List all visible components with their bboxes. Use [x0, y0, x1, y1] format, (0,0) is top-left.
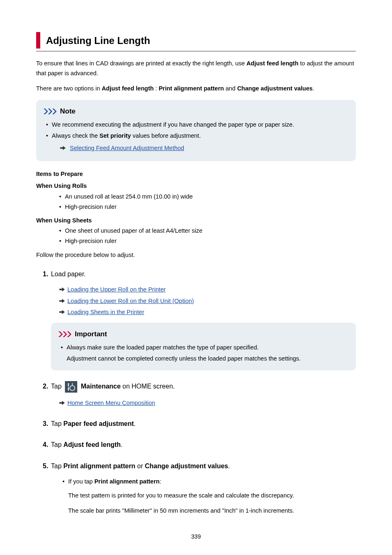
step-2-text: Tap Maintenance on HOME screen. — [51, 381, 356, 393]
important-list: Always make sure the loaded paper matche… — [58, 343, 348, 352]
list-item: An unused roll at least 254.0 mm (10.00 … — [59, 192, 356, 201]
items-to-prepare-heading: Items to Prepare — [36, 169, 356, 179]
chevrons-icon — [58, 331, 71, 337]
text: The scale bar prints "Millimeter" in 50 … — [68, 506, 356, 516]
step-4: Tap Adjust feed length. — [43, 439, 356, 450]
text: . — [134, 420, 136, 427]
options-paragraph: There are two options in Adjust feed len… — [36, 84, 356, 93]
text-bold: Print alignment pattern — [63, 462, 135, 469]
step-1-links: Loading the Upper Roll on the Printer Lo… — [51, 285, 356, 317]
text: . — [313, 85, 314, 92]
steps-list: Load paper. Loading the Upper Roll on th… — [36, 269, 356, 516]
note-list: We recommend executing the adjustment if… — [44, 120, 348, 153]
text: Tap — [51, 383, 63, 390]
step-2: Tap Maintenance on HOME screen. Home Scr… — [43, 381, 356, 408]
intro-paragraph: To ensure that lines in CAD drawings are… — [36, 59, 356, 78]
link-row: Home Screen Menu Composition — [59, 398, 356, 408]
text: and — [224, 85, 237, 92]
step-1-text: Load paper. — [51, 269, 356, 280]
text-bold: Print alignment pattern — [159, 85, 224, 92]
link-row: Selecting Feed Amount Adjustment Method — [54, 143, 348, 153]
note-item: Always check the Set priority values bef… — [46, 131, 348, 153]
important-title: Important — [75, 328, 107, 340]
when-using-rolls-heading: When Using Rolls — [36, 181, 356, 191]
step-5: Tap Print alignment pattern or Change ad… — [43, 461, 356, 516]
text: values before adjustment. — [131, 132, 201, 139]
important-callout: Important Always make sure the loaded pa… — [51, 323, 356, 370]
chevrons-icon — [44, 109, 57, 114]
arrow-icon — [59, 308, 65, 317]
text: : — [154, 85, 159, 92]
text: or — [135, 462, 145, 469]
text: on HOME screen. — [121, 383, 175, 390]
text-bold: Paper feed adjustment — [63, 420, 134, 427]
list-item: High-precision ruler — [59, 236, 356, 246]
step-2-links: Home Screen Menu Composition — [51, 398, 356, 408]
step-1: Load paper. Loading the Upper Roll on th… — [43, 269, 356, 370]
step-3: Tap Paper feed adjustment. — [43, 419, 356, 429]
note-callout: Note We recommend executing the adjustme… — [36, 100, 356, 161]
text-bold: Print alignment pattern — [95, 478, 160, 485]
note-sublink-list: Selecting Feed Amount Adjustment Method — [52, 143, 348, 153]
svg-point-2 — [70, 386, 75, 391]
step-4-text: Tap Adjust feed length. — [51, 439, 356, 450]
text: The test pattern is printed for you to m… — [68, 491, 356, 500]
text-bold: Adjust feed length — [102, 85, 154, 92]
note-title: Note — [60, 106, 76, 117]
text: To ensure that lines in CAD drawings are… — [36, 60, 247, 67]
text-bold: Change adjustment values — [237, 85, 313, 92]
text-bold: Adjust feed length — [247, 60, 298, 67]
svg-rect-1 — [68, 387, 69, 391]
step-5-text: Tap Print alignment pattern or Change ad… — [51, 461, 356, 472]
step-5-body: The test pattern is printed for you to m… — [51, 491, 356, 516]
sheets-list: One sheet of unused paper of at least A4… — [36, 226, 356, 246]
arrow-icon — [59, 285, 65, 294]
link-loading-lower-roll[interactable]: Loading the Lower Roll on the Roll Unit … — [67, 296, 194, 306]
text: . — [121, 441, 122, 448]
note-header: Note — [44, 106, 348, 117]
text: : — [159, 478, 161, 485]
text: Tap — [51, 441, 63, 448]
list-item: If you tap Print alignment pattern: — [62, 477, 356, 486]
page-number: 339 — [36, 532, 356, 541]
text: There are two options in — [36, 85, 102, 92]
list-item: High-precision ruler — [59, 202, 356, 212]
text-bold: Maintenance — [81, 383, 121, 390]
text-bold: Set priority — [99, 132, 131, 139]
link-row: Loading the Lower Roll on the Roll Unit … — [59, 296, 356, 306]
text-bold: Change adjustment values — [145, 462, 228, 469]
link-home-screen-menu[interactable]: Home Screen Menu Composition — [67, 398, 155, 408]
page-title-block: Adjusting Line Length — [36, 32, 356, 51]
important-item: Always make sure the loaded paper matche… — [61, 343, 348, 352]
important-header: Important — [58, 328, 348, 340]
rolls-list: An unused roll at least 254.0 mm (10.00 … — [36, 192, 356, 212]
link-row: Loading the Upper Roll on the Printer — [59, 285, 356, 294]
list-item: One sheet of unused paper of at least A4… — [59, 226, 356, 236]
arrow-icon — [59, 296, 65, 306]
arrow-icon — [60, 143, 66, 153]
svg-rect-3 — [72, 383, 73, 386]
text: Tap — [51, 462, 63, 469]
link-row: Loading Sheets in the Printer — [59, 308, 356, 317]
maintenance-icon — [65, 381, 77, 393]
step-5-sublist: If you tap Print alignment pattern: — [51, 477, 356, 486]
text: Always check the — [52, 132, 99, 139]
arrow-icon — [59, 398, 65, 408]
when-using-sheets-heading: When Using Sheets — [36, 216, 356, 225]
link-selecting-feed-method[interactable]: Selecting Feed Amount Adjustment Method — [70, 145, 184, 151]
text: . — [228, 462, 230, 469]
text: If you tap — [68, 478, 95, 485]
text: Tap — [51, 420, 63, 427]
title-accent-bar — [36, 32, 40, 49]
link-loading-sheets[interactable]: Loading Sheets in the Printer — [67, 308, 144, 317]
link-loading-upper-roll[interactable]: Loading the Upper Roll on the Printer — [67, 285, 166, 294]
text-bold: Adjust feed length — [63, 441, 121, 448]
follow-text: Follow the procedure below to adjust. — [36, 250, 356, 260]
important-body: Adjustment cannot be completed correctly… — [58, 354, 348, 363]
step-3-text: Tap Paper feed adjustment. — [51, 419, 356, 429]
svg-rect-0 — [68, 383, 69, 386]
note-item: We recommend executing the adjustment if… — [46, 120, 348, 130]
page-title: Adjusting Line Length — [46, 32, 150, 49]
